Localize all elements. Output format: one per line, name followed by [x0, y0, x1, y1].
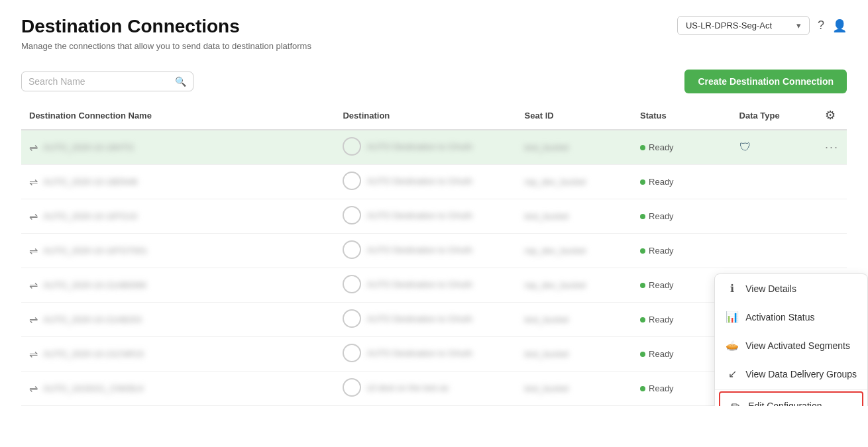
- col-header-datatype: Data Type: [732, 101, 814, 130]
- menu-item-label: Activation Status: [745, 312, 814, 323]
- destination-circle-icon: [343, 172, 361, 190]
- status-text: Ready: [649, 177, 674, 187]
- menu-item-label: View Details: [745, 283, 796, 294]
- row-name: ⇌ AUTO_2020-10-18TG10: [21, 199, 335, 234]
- destination-name: AUTO Destination to OAuth: [366, 211, 472, 221]
- search-input[interactable]: [28, 76, 171, 87]
- help-icon[interactable]: ?: [818, 19, 824, 32]
- status-dot: [640, 386, 645, 391]
- row-destination: AUTO Destination to OAuth: [335, 199, 516, 234]
- destination-name: AUTO Destination to OAuth: [366, 245, 472, 255]
- chevron-down-icon: ▾: [796, 21, 801, 30]
- status-text: Ready: [649, 383, 674, 393]
- status-dot: [640, 248, 645, 254]
- search-icon: 🔍: [175, 76, 186, 87]
- row-name: ⇌ AUTO_2020-10-16HTG: [21, 130, 335, 165]
- row-seatid: test_bucket: [517, 337, 632, 372]
- status-indicator: Ready: [640, 349, 674, 359]
- connection-icon: ⇌: [29, 279, 38, 291]
- context-menu: ℹ View Details 📊 Activation Status 🥧 Vie…: [714, 273, 868, 406]
- destination-circle-icon: [343, 344, 361, 362]
- shield-icon: 🛡: [739, 140, 751, 154]
- destination-name: AUTO Destination to OAuth: [366, 348, 472, 358]
- menu-item-icon: ✏: [728, 399, 741, 406]
- connection-name: AUTO_2020-10-16HTG: [43, 142, 134, 152]
- row-actions[interactable]: [814, 234, 847, 268]
- menu-divider: [715, 389, 867, 390]
- row-destination: AUTO Destination to OAuth: [335, 234, 516, 268]
- seat-id-value: test_bucket: [525, 383, 569, 393]
- row-actions[interactable]: ···: [814, 130, 847, 165]
- row-seatid: test_bucket: [517, 199, 632, 234]
- menu-item-label: View Data Delivery Groups: [745, 369, 857, 379]
- destination-circle-icon: [343, 378, 361, 397]
- seat-id-value: rep_dev_bucket: [525, 280, 586, 290]
- connection-icon: ⇌: [29, 348, 38, 360]
- connection-name: AUTO_2020-10-21CNR15: [43, 349, 144, 359]
- menu-item-activation-status[interactable]: 📊 Activation Status: [715, 303, 867, 331]
- menu-item-icon: ↙: [726, 368, 739, 380]
- row-name: ⇌ AUTO_2020-10-21AB203: [21, 303, 335, 337]
- row-seatid: rep_dev_bucket: [517, 234, 632, 268]
- table-header-row: Destination Connection Name Destination …: [21, 101, 847, 130]
- row-destination: AUTO Destination to OAuth: [335, 337, 516, 372]
- create-destination-button[interactable]: Create Destination Connection: [684, 70, 847, 93]
- row-destination: AUTO Destination to OAuth: [335, 165, 516, 199]
- menu-item-label: View Activated Segments: [745, 340, 850, 351]
- page-subtitle: Manage the connections that allow you to…: [21, 41, 311, 51]
- row-seatid: rep_dev_bucket: [517, 165, 632, 199]
- row-destination: AUTO Destination to OAuth: [335, 130, 516, 165]
- row-status: Ready: [632, 130, 732, 165]
- connection-name: AUTO_2020-10-21AB203: [43, 315, 142, 324]
- connection-icon: ⇌: [29, 141, 38, 154]
- connection-icon: ⇌: [29, 175, 38, 188]
- row-datatype: [732, 234, 814, 268]
- status-dot: [640, 145, 645, 150]
- seat-id-value: test_bucket: [525, 315, 569, 324]
- row-status: Ready: [632, 234, 732, 268]
- col-header-seatid: Seat ID: [517, 101, 632, 130]
- row-datatype: [732, 165, 814, 199]
- status-dot: [640, 179, 645, 185]
- table-row: ⇌ AUTO_2020-10-16HTG AUTO Destination to…: [21, 130, 847, 165]
- destination-name: AUTO Destination to OAuth: [366, 176, 472, 186]
- seat-id-value: rep_dev_bucket: [525, 246, 586, 256]
- menu-item-edit-configuration[interactable]: ✏ Edit Configuration: [719, 391, 863, 406]
- destination-circle-icon: [343, 137, 361, 156]
- row-seatid: rep_dev_bucket: [517, 268, 632, 303]
- row-actions[interactable]: [814, 165, 847, 199]
- menu-item-view-details[interactable]: ℹ View Details: [715, 274, 867, 303]
- header-left: Destination Connections Manage the conne…: [21, 16, 311, 51]
- menu-item-view-activated-segments[interactable]: 🥧 View Activated Segments: [715, 331, 867, 360]
- col-header-destination: Destination: [335, 101, 516, 130]
- row-destination: AUTO Destination to OAuth: [335, 268, 516, 303]
- connection-icon: ⇌: [29, 313, 38, 326]
- menu-item-view-data-delivery-groups[interactable]: ↙ View Data Delivery Groups: [715, 360, 867, 388]
- page-header: Destination Connections Manage the conne…: [0, 0, 868, 62]
- table-row: ⇌ AUTO_2020-10-18DN46 AUTO Destination t…: [21, 165, 847, 199]
- seat-id-value: test_bucket: [525, 142, 569, 152]
- header-right: US-LR-DPRS-Seg-Act ▾ ? 👤: [677, 16, 847, 35]
- destination-circle-icon: [343, 275, 361, 293]
- user-icon[interactable]: 👤: [832, 19, 847, 33]
- row-seatid: test_bucket: [517, 130, 632, 165]
- status-text: Ready: [649, 142, 674, 152]
- menu-item-icon: 🥧: [726, 339, 739, 352]
- status-text: Ready: [649, 211, 674, 221]
- row-actions[interactable]: [814, 199, 847, 234]
- org-dropdown[interactable]: US-LR-DPRS-Seg-Act ▾: [677, 16, 810, 35]
- menu-item-icon: ℹ: [726, 282, 739, 295]
- row-name: ⇌ AUTO_2020-10-21CNR15: [21, 337, 335, 372]
- col-header-settings[interactable]: ⚙: [814, 101, 847, 130]
- row-destination: AUTO Destination to OAuth: [335, 303, 516, 337]
- row-seatid: test_bucket: [517, 303, 632, 337]
- connection-name: AUTO_10/20/21_CNKB14: [43, 383, 144, 393]
- col-header-status: Status: [632, 101, 732, 130]
- settings-gear-button[interactable]: ⚙: [825, 108, 836, 123]
- row-name: ⇌ AUTO_2020-10-18TGT001: [21, 234, 335, 268]
- menu-item-icon: 📊: [726, 311, 739, 323]
- row-more-button[interactable]: ···: [825, 140, 839, 154]
- connection-name: AUTO_2020-10-18DN46: [43, 177, 138, 187]
- destination-name: s3 dest on the test as: [366, 383, 449, 393]
- status-indicator: Ready: [640, 315, 674, 324]
